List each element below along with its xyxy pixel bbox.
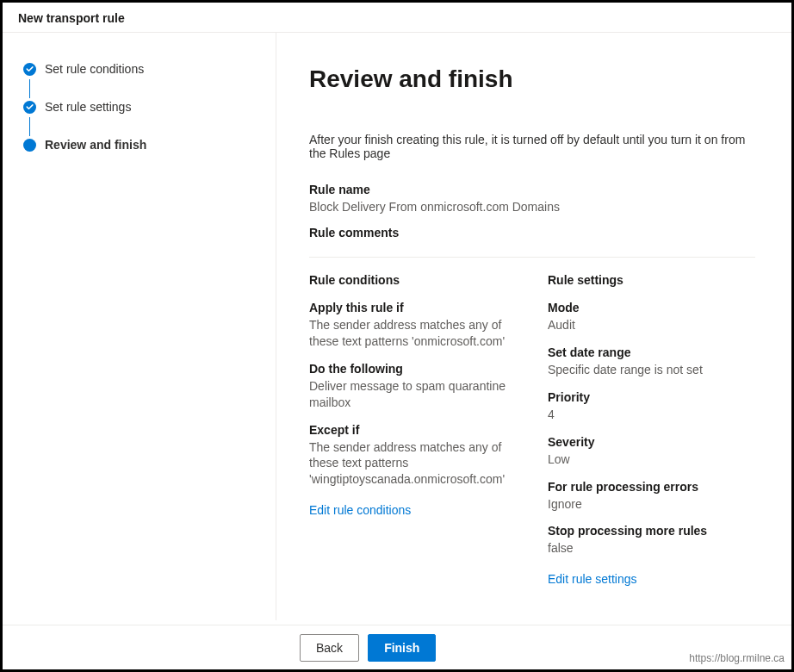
finish-button[interactable]: Finish <box>368 634 436 662</box>
dialog-title: New transport rule <box>18 11 776 25</box>
mode-label: Mode <box>548 301 755 314</box>
errors-block: For rule processing errors Ignore <box>548 480 755 513</box>
step-label: Set rule settings <box>45 100 131 114</box>
apply-block: Apply this rule if The sender address ma… <box>309 301 517 350</box>
except-label: Except if <box>309 423 517 437</box>
settings-column: Rule settings Mode Audit Set date range … <box>548 273 755 586</box>
main-panel: Review and finish After your finish crea… <box>276 33 791 620</box>
mode-value: Audit <box>548 317 755 333</box>
step-settings[interactable]: Set rule settings <box>23 100 260 114</box>
date-value: Specific date range is not set <box>548 362 755 378</box>
severity-block: Severity Low <box>548 435 755 468</box>
severity-value: Low <box>548 451 755 468</box>
dialog-body: Set rule conditions Set rule settings Re… <box>3 33 791 620</box>
dialog-footer: Back Finish <box>3 625 791 669</box>
conditions-column: Rule conditions Apply this rule if The s… <box>309 273 517 586</box>
stop-label: Stop processing more rules <box>548 524 755 538</box>
errors-value: Ignore <box>548 496 755 513</box>
step-conditions[interactable]: Set rule conditions <box>23 62 260 76</box>
priority-value: 4 <box>548 407 755 423</box>
severity-label: Severity <box>548 435 755 449</box>
do-value: Deliver message to spam quarantine mailb… <box>309 378 517 411</box>
wizard-steps: Set rule conditions Set rule settings Re… <box>3 33 276 620</box>
stop-block: Stop processing more rules false <box>548 524 755 557</box>
errors-label: For rule processing errors <box>548 480 755 494</box>
summary-columns: Rule conditions Apply this rule if The s… <box>309 273 755 586</box>
do-block: Do the following Deliver message to spam… <box>309 362 517 411</box>
stop-value: false <box>548 540 755 557</box>
current-step-icon <box>23 139 36 152</box>
apply-label: Apply this rule if <box>309 301 517 314</box>
settings-heading: Rule settings <box>548 273 755 287</box>
back-button[interactable]: Back <box>300 634 359 662</box>
rule-comments-field: Rule comments <box>309 226 755 240</box>
mode-block: Mode Audit <box>548 301 755 333</box>
step-label: Review and finish <box>45 138 146 152</box>
checkmark-icon <box>23 63 36 76</box>
priority-block: Priority 4 <box>548 390 755 423</box>
rule-name-value: Block Delivery From onmicrosoft.com Doma… <box>309 200 755 214</box>
intro-text: After your finish creating this rule, it… <box>309 133 755 160</box>
divider <box>309 257 755 258</box>
page-title: Review and finish <box>309 65 755 93</box>
rule-name-field: Rule name Block Delivery From onmicrosof… <box>309 183 755 214</box>
priority-label: Priority <box>548 390 755 404</box>
edit-conditions-link[interactable]: Edit rule conditions <box>309 503 411 517</box>
date-block: Set date range Specific date range is no… <box>548 345 755 378</box>
step-review[interactable]: Review and finish <box>23 138 260 152</box>
apply-value: The sender address matches any of these … <box>309 317 517 350</box>
checkmark-icon <box>23 101 36 114</box>
date-label: Set date range <box>548 345 755 359</box>
step-label: Set rule conditions <box>45 62 144 76</box>
conditions-heading: Rule conditions <box>309 273 517 287</box>
rule-name-label: Rule name <box>309 183 755 196</box>
dialog-header: New transport rule <box>3 3 791 33</box>
except-value: The sender address matches any of these … <box>309 439 517 488</box>
do-label: Do the following <box>309 362 517 376</box>
rule-comments-label: Rule comments <box>309 226 755 240</box>
except-block: Except if The sender address matches any… <box>309 423 517 488</box>
edit-settings-link[interactable]: Edit rule settings <box>548 572 637 586</box>
